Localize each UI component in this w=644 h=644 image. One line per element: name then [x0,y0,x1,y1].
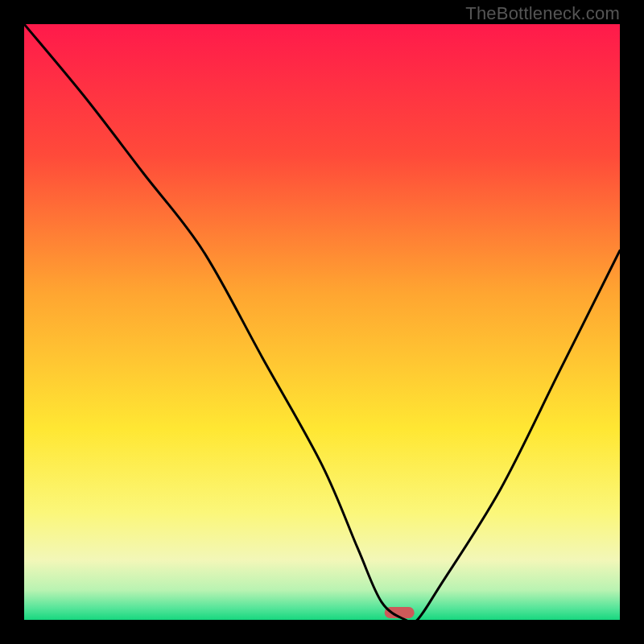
chart-svg [24,24,620,620]
watermark-text: TheBottleneck.com [465,3,620,24]
plot-area [24,24,620,620]
chart-frame: TheBottleneck.com [0,0,644,644]
chart-background [24,24,620,620]
